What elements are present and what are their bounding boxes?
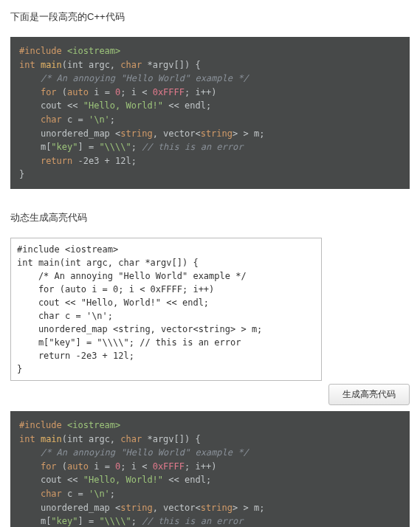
source-code-textarea[interactable]: #include <iostream> int main(int argc, c… — [10, 238, 322, 381]
highlighted-code-block-1: #include <iostream> int main(int argc, c… — [10, 37, 410, 189]
heading-2: 动态生成高亮代码 — [10, 211, 410, 224]
string-hello: "Hello, World!" — [83, 100, 163, 111]
cout: cout << — [41, 100, 83, 111]
char-body: c = — [62, 489, 89, 499]
type-string: string — [120, 128, 152, 139]
endl: << endl; — [163, 100, 211, 111]
kw-auto: auto — [67, 87, 89, 97]
func-main: main — [41, 60, 62, 70]
endl: << endl; — [163, 475, 211, 485]
m-open: m[ — [41, 142, 51, 152]
include-directive: #include — [19, 420, 62, 430]
for-body: ; i++) — [185, 87, 216, 97]
kw-for: for — [41, 461, 57, 472]
umap: unordered_map < — [41, 128, 120, 139]
paren: ( — [57, 87, 67, 97]
func-main: main — [41, 434, 62, 444]
argc: int argc, — [67, 60, 120, 70]
kw-int: int — [19, 60, 35, 70]
for-body: ; i++) — [185, 461, 216, 472]
comment-1: /* An annoying "Hello World" example */ — [41, 73, 249, 83]
kw-for: for — [41, 87, 57, 97]
m-mid: ] = — [78, 516, 99, 526]
string-slash: "\\\\" — [99, 142, 131, 152]
type-string: string — [201, 128, 233, 139]
kw-char: char — [41, 114, 62, 125]
m-end: ; — [131, 516, 142, 526]
semi: ; — [110, 114, 115, 125]
m-mid: ] = — [78, 142, 99, 152]
comment-1: /* An annoying "Hello World" example */ — [41, 447, 249, 458]
paren: ( — [62, 60, 67, 70]
kw-return: return — [41, 156, 72, 166]
char-lit: '\n' — [89, 114, 110, 125]
for-body: ; i < — [120, 461, 152, 472]
kw-int: int — [19, 434, 35, 444]
kw-char: char — [120, 60, 142, 70]
for-body: ; i < — [120, 87, 152, 97]
umap: unordered_map < — [41, 503, 120, 513]
string-slash: "\\\\" — [99, 516, 131, 526]
heading-1: 下面是一段高亮的C++代码 — [10, 10, 410, 24]
brace-open: ) { — [185, 434, 201, 444]
include-directive: #include — [19, 46, 62, 56]
umap-end: > > m; — [233, 128, 264, 139]
num-hex: 0xFFFF — [153, 461, 185, 472]
char-lit: '\n' — [89, 489, 110, 499]
for-body: i = — [89, 461, 115, 472]
kw-char: char — [41, 489, 62, 499]
iostream-header: <iostream> — [67, 420, 120, 430]
argv: *argv[] — [142, 434, 185, 444]
highlighted-code-block-2: #include <iostream> int main(int argc, c… — [10, 411, 410, 527]
type-string: string — [201, 503, 233, 513]
type-string: string — [120, 503, 152, 513]
comment-2: // this is an error — [142, 516, 243, 526]
umap-mid: , vector< — [153, 128, 201, 139]
kw-char: char — [120, 434, 142, 444]
iostream-header: <iostream> — [67, 46, 120, 56]
brace-close: } — [19, 169, 24, 179]
string-key: "key" — [51, 142, 78, 152]
m-open: m[ — [41, 516, 51, 526]
paren: ( — [62, 434, 67, 444]
semi: ; — [110, 489, 115, 499]
cout: cout << — [41, 475, 83, 485]
char-body: c = — [62, 114, 89, 125]
argv: *argv[] — [142, 60, 185, 70]
for-body: i = — [89, 87, 115, 97]
comment-2: // this is an error — [142, 142, 243, 152]
kw-auto: auto — [67, 461, 89, 472]
paren: ( — [57, 461, 67, 472]
string-key: "key" — [51, 516, 78, 526]
brace-open: ) { — [185, 60, 201, 70]
umap-end: > > m; — [233, 503, 264, 513]
argc: int argc, — [67, 434, 120, 444]
m-end: ; — [131, 142, 142, 152]
string-hello: "Hello, World!" — [83, 475, 163, 485]
num-hex: 0xFFFF — [153, 87, 185, 97]
umap-mid: , vector< — [153, 503, 201, 513]
generate-highlight-button[interactable]: 生成高亮代码 — [328, 384, 410, 405]
return-body: -2e3 + 12l; — [72, 156, 137, 166]
